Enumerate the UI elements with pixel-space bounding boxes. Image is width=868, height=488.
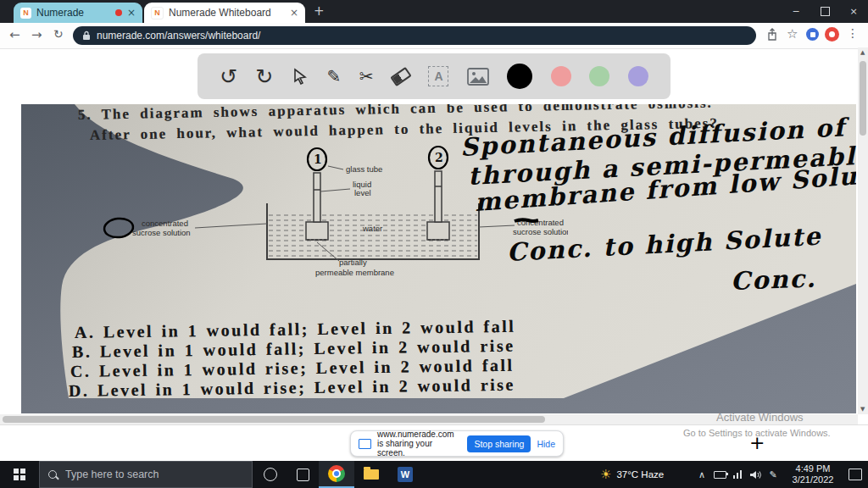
- cursor-tool-button[interactable]: [292, 68, 309, 85]
- share-message: www.numerade.com is sharing your screen.: [377, 430, 461, 458]
- tube1-bulb: [306, 222, 328, 240]
- water-label: water: [362, 224, 382, 233]
- recording-extension-icon[interactable]: [825, 27, 839, 42]
- task-view-icon: [297, 469, 309, 481]
- left-solution-label-1: concentrated: [142, 219, 188, 228]
- reload-icon[interactable]: ↻: [53, 27, 64, 41]
- color-swatch-black[interactable]: [507, 64, 532, 89]
- recording-dot-icon: [115, 9, 122, 16]
- bookmark-star-icon[interactable]: ☆: [787, 26, 798, 42]
- horizontal-scroll-thumb[interactable]: [3, 416, 545, 423]
- numerade-favicon: N: [151, 7, 164, 19]
- battery-icon: [714, 471, 726, 479]
- weather-text: 37°C Haze: [616, 469, 664, 480]
- undo-button[interactable]: ↺: [220, 66, 237, 87]
- menu-kebab-icon[interactable]: ⋮: [847, 26, 859, 40]
- new-tab-button[interactable]: +: [314, 3, 325, 19]
- text-tool-button[interactable]: A: [428, 66, 448, 86]
- lock-icon: [82, 30, 91, 41]
- question-scan-image: 5. The diagram shows apparatus which can…: [21, 104, 856, 413]
- membrane-label-2: permeable membrane: [315, 268, 394, 277]
- window-close-button[interactable]: ×: [839, 0, 868, 23]
- taskbar-word-button[interactable]: W: [388, 461, 422, 488]
- windows-start-button[interactable]: [0, 461, 39, 488]
- tab-numerade[interactable]: N Numerade ×: [14, 3, 142, 23]
- tab-label: Numerade: [36, 7, 110, 19]
- task-view-button[interactable]: [287, 461, 319, 488]
- weather-sun-icon: ☀: [600, 467, 611, 482]
- membrane-label-1: partially: [339, 258, 367, 267]
- tab-strip: N Numerade × N Numerade Whiteboard × + ─…: [0, 0, 868, 23]
- word-icon: W: [398, 467, 413, 482]
- chrome-icon: [328, 465, 345, 482]
- tab-numerade-whiteboard[interactable]: N Numerade Whiteboard ×: [144, 3, 305, 23]
- level-label: level: [354, 188, 371, 197]
- pen-icon: ✎: [769, 469, 776, 480]
- minimize-button[interactable]: ─: [782, 0, 810, 23]
- activate-windows-watermark: Activate Windows: [716, 411, 804, 424]
- color-swatch-green[interactable]: [589, 66, 609, 86]
- tab-close-icon[interactable]: ×: [290, 7, 298, 19]
- tray-volume[interactable]: [746, 461, 765, 488]
- taskbar-chrome-button[interactable]: [319, 461, 354, 488]
- handwriting-line5: Conc.: [730, 263, 816, 296]
- mouse-cursor-crosshair: +: [749, 432, 765, 453]
- eraser-tool-button[interactable]: [390, 66, 411, 86]
- color-swatch-pink[interactable]: [551, 66, 571, 86]
- whiteboard-toolbar: ↺ ↻ ✎ ✂ A: [198, 53, 670, 99]
- window-controls: ─ ×: [782, 0, 868, 23]
- taskbar-clock[interactable]: 4:49 PM 3/21/2022: [787, 461, 839, 488]
- tab-label: Numerade Whiteboard: [169, 7, 285, 19]
- folder-icon: [364, 469, 379, 480]
- cortana-icon: [264, 468, 277, 481]
- restore-icon: [821, 7, 830, 16]
- action-center-icon: [849, 469, 862, 480]
- clock-date: 3/21/2022: [793, 474, 834, 485]
- search-icon: [48, 470, 57, 479]
- cortana-button[interactable]: [254, 461, 287, 488]
- windows-logo-icon: [14, 469, 25, 480]
- action-center-button[interactable]: [843, 461, 868, 488]
- numerade-favicon: N: [20, 8, 31, 19]
- glass-tube-1: [314, 173, 320, 222]
- tray-pen[interactable]: ✎: [765, 461, 782, 488]
- network-icon: [733, 470, 743, 479]
- screen: N Numerade × N Numerade Whiteboard × + ─…: [0, 0, 868, 488]
- right-label-scribble-ink: [515, 219, 538, 221]
- image-tool-button[interactable]: [467, 68, 489, 86]
- vertical-scroll-thumb[interactable]: [860, 61, 866, 136]
- screen-share-icon: [359, 439, 371, 449]
- volume-icon: [750, 470, 761, 480]
- extension-icon[interactable]: [806, 28, 819, 41]
- forward-icon[interactable]: →: [31, 27, 42, 42]
- tray-expand-button[interactable]: ∧: [693, 461, 710, 488]
- tray-network[interactable]: [729, 461, 746, 488]
- tray-battery[interactable]: [710, 461, 729, 488]
- taskbar-explorer-button[interactable]: [354, 461, 388, 488]
- clock-time: 4:49 PM: [793, 463, 834, 474]
- left-label-circle-ink: [103, 217, 134, 238]
- address-bar[interactable]: numerade.com/answers/whiteboard/: [73, 26, 756, 45]
- tube1-number: 1: [314, 152, 322, 166]
- scroll-down-icon[interactable]: ▼: [860, 406, 865, 413]
- glass-tube-2: [435, 171, 442, 222]
- color-swatch-purple[interactable]: [628, 66, 648, 86]
- screen-share-notification: www.numerade.com is sharing your screen.…: [350, 430, 564, 457]
- scroll-up-icon[interactable]: ▲: [860, 49, 865, 56]
- search-input[interactable]: [64, 468, 220, 481]
- restore-button[interactable]: [810, 0, 839, 23]
- tab-close-icon[interactable]: ×: [127, 7, 136, 19]
- left-solution-label-2: sucrose solution: [132, 228, 191, 237]
- tube2-number: 2: [435, 151, 443, 164]
- url-text: numerade.com/answers/whiteboard/: [97, 30, 260, 42]
- stop-sharing-button[interactable]: Stop sharing: [467, 435, 531, 452]
- share-icon[interactable]: [766, 28, 778, 42]
- tools-button[interactable]: ✂: [359, 68, 374, 85]
- back-icon[interactable]: ←: [9, 27, 20, 42]
- redo-button[interactable]: ↻: [255, 66, 273, 87]
- taskbar-search[interactable]: [39, 461, 253, 488]
- pen-tool-button[interactable]: ✎: [326, 68, 341, 85]
- taskbar-weather[interactable]: ☀ 37°C Haze: [600, 461, 693, 488]
- tube2-bulb: [427, 222, 449, 240]
- hide-link[interactable]: Hide: [537, 439, 555, 449]
